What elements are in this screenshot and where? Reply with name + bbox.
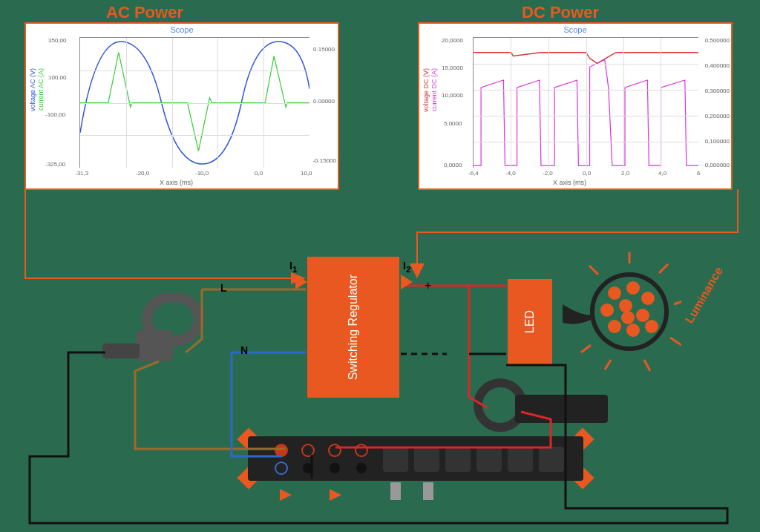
svg-marker-26 [280,489,292,501]
tick: 350,00 [48,37,66,44]
tick: -2,0 [543,170,553,177]
tick: 2,0 [621,170,629,177]
n-label: N [240,344,248,356]
tick: 6 [697,170,700,177]
tick: -6,4 [468,170,479,177]
tick: 0,0 [255,170,263,177]
tick: -100,00 [45,111,65,118]
tick: -4,0 [505,170,516,177]
dc-chart-area [473,37,698,168]
tick: -10,0 [195,170,209,177]
tick: 15,0000 [442,65,463,71]
i2-label: I2 [403,260,410,274]
tick: -31,3 [75,170,88,177]
ac-xlabel: X axis (ms) [160,179,193,186]
tick: 0,000000 [705,162,730,168]
arrow-i2-icon [401,275,413,289]
ac-scope-panel: Scope voltage AC (V) current AC (A) X ax… [24,22,339,190]
ac-chart-area [79,37,309,168]
wiring-overlay [16,189,759,531]
tick: 0,0000 [444,162,462,168]
tick: 0,100000 [705,138,730,145]
dc-ylabel-current: current DC (A) [430,68,438,111]
tick: 20,0000 [442,37,463,44]
tick: 0.00000 [313,98,335,105]
tick: 10,0000 [442,92,463,99]
tick: 100,00 [48,74,66,81]
tick: -0.15000 [312,157,336,164]
tick: 0.15000 [313,46,335,53]
tick: 0,0 [583,170,591,177]
tick: 5,0000 [444,120,462,127]
tick: -20,0 [136,170,149,177]
dc-scope-title: Scope [419,24,731,34]
tick: 0,200000 [705,113,730,119]
ac-power-title: AC Power [89,3,200,22]
svg-marker-27 [330,489,341,501]
dc-xlabel: X axis (ms) [553,179,586,186]
dc-power-title: DC Power [505,3,616,22]
l-label: L [220,282,227,294]
plus-label: + [425,279,431,292]
dc-scope-panel: Scope voltage DC (V) current DC (A) X ax… [418,22,733,190]
i1-label: I1 [289,260,297,274]
ac-scope-title: Scope [26,24,338,34]
tick: 10,0 [301,170,312,177]
tick: 0,400000 [705,62,730,69]
tick: -325,00 [45,161,65,168]
tick: 4,0 [658,170,666,177]
tick: 0,300000 [705,88,730,94]
dc-ylabel-voltage: voltage DC (V) [422,68,430,112]
tick: 0,500000 [705,37,730,44]
ac-ylabel-current: current AC (A) [37,68,45,111]
arrow-i1-icon [295,275,307,289]
ac-ylabel-voltage: voltage AC (V) [29,68,36,111]
